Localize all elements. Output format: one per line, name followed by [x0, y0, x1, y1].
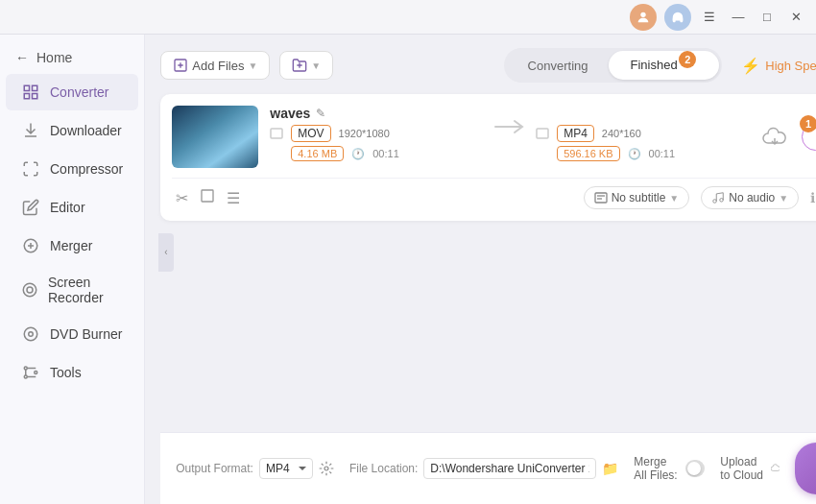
tabs-container: Converting Finished 2: [504, 48, 723, 83]
merger-icon: [21, 236, 40, 255]
subtitle-dropdown[interactable]: No subtitle ▼: [584, 186, 690, 209]
headset-icon: [664, 4, 691, 31]
sidebar-item-compressor[interactable]: Compressor: [6, 151, 138, 187]
svg-rect-1: [24, 85, 29, 90]
cut-icon[interactable]: ✂: [176, 189, 188, 207]
crop-icon[interactable]: [200, 188, 215, 207]
upload-to-cloud-button[interactable]: [759, 122, 790, 153]
target-size: 596.16 KB: [557, 146, 619, 161]
back-arrow-icon: ←: [15, 50, 29, 65]
sidebar-item-dvd-burner[interactable]: DVD Burner: [6, 316, 138, 352]
file-location-input[interactable]: [423, 458, 596, 479]
output-format-select[interactable]: MP4 MOV AVI: [259, 458, 313, 479]
subtitle-chevron: ▼: [669, 193, 679, 204]
thumbnail-image: [172, 106, 258, 168]
svg-point-11: [24, 375, 27, 378]
screen-recorder-icon: [21, 280, 38, 300]
downloader-icon: [21, 121, 40, 140]
upload-cloud-icon[interactable]: [771, 462, 780, 476]
target-file-icon: [536, 128, 549, 139]
sidebar-item-merger[interactable]: Merger: [6, 228, 138, 264]
svg-rect-17: [271, 129, 282, 138]
add-files-label: Add Files: [192, 59, 244, 73]
add-folder-icon: [292, 58, 307, 73]
source-clock-icon: 🕐: [351, 148, 365, 160]
tools-label: Tools: [50, 365, 82, 380]
svg-rect-4: [24, 94, 29, 99]
svg-point-23: [713, 200, 717, 204]
lightning-icon: ⚡: [741, 57, 760, 75]
minimize-button[interactable]: —: [728, 7, 749, 28]
output-format-label: Output Format:: [176, 462, 253, 475]
add-files-chevron: ▼: [248, 60, 257, 71]
editor-label: Editor: [50, 200, 85, 215]
sidebar-item-screen-recorder[interactable]: Screen Recorder: [6, 266, 138, 314]
main-content: Add Files ▼ Add Files ▼ Converting Finis…: [145, 35, 816, 504]
editor-icon: [21, 198, 40, 217]
add-files-icon: [173, 58, 188, 73]
sidebar-collapse-button[interactable]: ‹: [158, 233, 174, 272]
effects-icon[interactable]: ☰: [227, 189, 240, 207]
merge-toggle[interactable]: [685, 460, 705, 477]
info-icon[interactable]: ℹ: [810, 190, 815, 205]
svg-point-6: [23, 283, 36, 297]
source-format-badge: MOV: [291, 125, 330, 142]
close-button[interactable]: ✕: [785, 7, 806, 28]
sidebar-item-downloader[interactable]: Downloader: [6, 112, 138, 149]
toggle-thumb: [687, 462, 701, 475]
converter-label: Converter: [50, 84, 108, 100]
file-name: waves: [270, 106, 310, 121]
titlebar: ☰ — □ ✕: [0, 0, 816, 35]
svg-rect-3: [33, 94, 37, 99]
svg-point-24: [720, 199, 724, 203]
audio-dropdown[interactable]: No audio ▼: [701, 186, 799, 209]
svg-point-12: [35, 372, 37, 374]
user-avatar: [630, 4, 657, 31]
target-size-row: 596.16 KB 🕐 00:11: [536, 146, 748, 161]
target-format-badge: MP4: [557, 125, 594, 142]
high-speed-label: High Speed Conversion: [765, 59, 816, 73]
add-folder-button[interactable]: Add Files ▼: [279, 51, 333, 80]
target-duration: 00:11: [649, 148, 676, 159]
file-type-icon: [270, 128, 283, 139]
audio-icon: [711, 191, 725, 204]
sidebar-item-converter[interactable]: Converter: [6, 74, 138, 110]
svg-point-9: [29, 332, 34, 337]
compressor-label: Compressor: [50, 161, 123, 177]
target-resolution: 240*160: [602, 128, 641, 139]
finished-badge: 2: [679, 51, 696, 68]
upload-label: Upload to Cloud: [720, 455, 764, 482]
convert-badge: 1: [800, 115, 816, 132]
sidebar-home[interactable]: ← Home: [0, 42, 144, 73]
file-name-row: waves ✎: [270, 106, 482, 121]
start-all-button[interactable]: Start All: [795, 443, 816, 494]
sidebar-item-editor[interactable]: Editor: [6, 189, 138, 226]
home-label: Home: [36, 50, 72, 65]
dvd-burner-icon: [21, 324, 40, 344]
maximize-button[interactable]: □: [756, 7, 778, 28]
svg-point-26: [324, 467, 328, 470]
target-format-row: MP4 240*160: [536, 125, 748, 142]
audio-chevron: ▼: [779, 193, 788, 204]
source-format-row: MOV 1920*1080: [270, 125, 482, 142]
tab-finished[interactable]: Finished 2: [609, 51, 719, 80]
high-speed-button[interactable]: ⚡ High Speed Conversion: [741, 57, 816, 75]
source-size: 4.16 MB: [291, 146, 344, 161]
svg-point-7: [27, 287, 33, 293]
convert-arrow: [493, 106, 524, 136]
output-format-field: Output Format: MP4 MOV AVI: [176, 458, 334, 479]
browse-folder-icon[interactable]: 📁: [602, 461, 618, 476]
sidebar-item-tools[interactable]: Tools: [6, 354, 138, 391]
edit-name-icon[interactable]: ✎: [316, 107, 325, 120]
tab-converting[interactable]: Converting: [507, 53, 610, 79]
file-info: waves ✎ MOV 1920*1080 4.16 MB 🕐 00:11: [270, 106, 482, 161]
subtitle-label: No subtitle: [612, 191, 666, 204]
add-files-button[interactable]: Add Files ▼: [160, 51, 270, 80]
settings-small-icon[interactable]: [319, 461, 334, 476]
svg-rect-18: [537, 129, 548, 138]
svg-rect-2: [33, 85, 37, 90]
tools-icon: [21, 363, 40, 382]
menu-button[interactable]: ☰: [699, 7, 720, 28]
file-thumbnail: [172, 106, 258, 168]
file-location-field: File Location: 📁: [349, 458, 618, 479]
